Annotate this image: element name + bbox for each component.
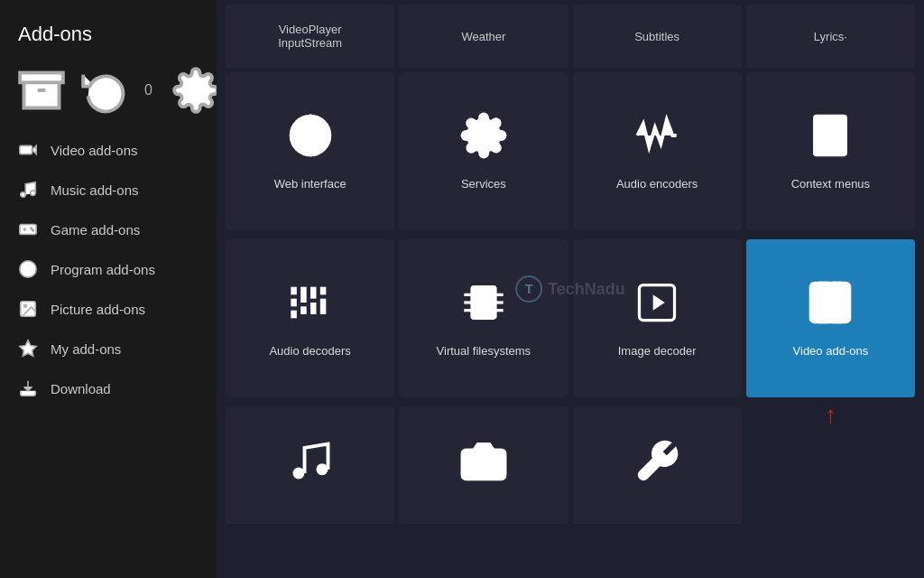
grid-row-2: Audio decoders <box>221 235 919 402</box>
tile-camera[interactable] <box>399 406 568 524</box>
grid-row-1: Web interface Services <box>221 68 919 235</box>
picture-icon <box>18 299 38 319</box>
sidebar-navigation: Video add-ons Music add-ons <box>0 130 217 578</box>
sidebar-item-program-addons[interactable]: Program add-ons <box>0 249 217 289</box>
svg-point-59 <box>476 456 491 471</box>
tile-audio-encoders[interactable]: Audio encoders <box>573 72 742 230</box>
bars-icon <box>287 279 334 333</box>
tile-image-decoder-label: Image decoder <box>618 344 697 358</box>
tools-icon <box>633 438 680 492</box>
music-icon <box>18 180 38 200</box>
sidebar-item-picture-addons[interactable]: Picture add-ons <box>0 289 217 329</box>
sidebar-item-my-addons[interactable]: My add-ons <box>0 329 217 368</box>
video-icon <box>18 140 38 160</box>
tile-tools[interactable] <box>573 406 742 524</box>
svg-rect-27 <box>300 306 307 314</box>
svg-rect-24 <box>300 287 307 303</box>
sidebar-item-video-addons[interactable]: Video add-ons <box>0 130 217 170</box>
refresh-icon[interactable] <box>81 67 128 114</box>
svg-point-57 <box>292 468 304 480</box>
tile-services[interactable]: Services <box>399 72 568 230</box>
tile-audio-encoders-label: Audio encoders <box>616 177 698 191</box>
tile-lyrics[interactable]: Lyrics· <box>746 5 915 68</box>
sidebar: Add-ons 0 <box>0 0 217 578</box>
main-content: 11:10 AM T TechNadu VideoPlayer InputStr… <box>217 0 924 578</box>
camera-icon <box>460 438 507 492</box>
globe-icon <box>287 112 334 166</box>
tile-web-interface-label: Web interface <box>274 177 346 191</box>
download-icon <box>18 378 38 398</box>
tile-context-menus-label: Context menus <box>791 177 870 191</box>
svg-rect-30 <box>319 287 326 295</box>
sidebar-item-download[interactable]: Download <box>0 368 217 408</box>
tile-services-label: Services <box>461 177 506 191</box>
svg-rect-23 <box>291 287 297 295</box>
svg-rect-52 <box>835 283 841 291</box>
sidebar-toolbar: 0 <box>0 60 217 121</box>
svg-rect-28 <box>310 303 317 314</box>
waveform-icon <box>633 112 680 166</box>
tile-weather[interactable]: Weather <box>399 5 568 68</box>
svg-point-6 <box>31 191 36 196</box>
tile-audio-decoders-label: Audio decoders <box>269 344 350 358</box>
svg-point-14 <box>23 304 26 307</box>
svg-rect-0 <box>20 73 63 83</box>
tile-virtual-filesystems-label: Virtual filesystems <box>437 344 531 358</box>
svg-rect-25 <box>310 287 317 299</box>
tile-video-addons[interactable]: Video add-ons ↑ <box>746 239 915 397</box>
grid-row-3 <box>221 402 919 528</box>
top-partial-row: VideoPlayer InputStream Weather Subtitle… <box>221 0 919 68</box>
svg-rect-51 <box>821 283 827 291</box>
gear-icon <box>460 112 507 166</box>
tile-videoplayer[interactable]: VideoPlayer InputStream <box>226 5 394 68</box>
tile-web-interface[interactable]: Web interface <box>226 72 394 230</box>
box-icon[interactable] <box>18 67 65 114</box>
svg-rect-3 <box>20 145 32 154</box>
tile-subtitles[interactable]: Subtitles <box>573 5 742 68</box>
imageplay-icon <box>633 279 680 333</box>
tile-context-menus[interactable]: Context menus <box>746 72 915 230</box>
tile-empty <box>746 406 915 524</box>
addon-grid: VideoPlayer InputStream Weather Subtitle… <box>217 0 924 578</box>
svg-point-40 <box>481 300 485 304</box>
tile-video-addons-label: Video add-ons <box>793 344 869 358</box>
game-icon <box>18 219 38 239</box>
sidebar-item-game-addons[interactable]: Game add-ons <box>0 210 217 249</box>
svg-marker-49 <box>653 294 665 310</box>
refresh-count: 0 <box>144 82 152 98</box>
svg-rect-26 <box>291 299 297 307</box>
svg-rect-31 <box>319 299 326 314</box>
settings-icon[interactable] <box>172 67 219 114</box>
circuit-icon <box>460 279 507 333</box>
tile-image-decoder[interactable]: Image decoder <box>573 239 742 397</box>
music-note-icon <box>287 438 334 492</box>
tile-music[interactable] <box>226 406 394 524</box>
svg-rect-50 <box>811 283 850 322</box>
svg-rect-53 <box>821 314 827 322</box>
tile-virtual-filesystems[interactable]: Virtual filesystems <box>399 239 568 397</box>
svg-point-5 <box>21 192 26 198</box>
page-title: Add-ons <box>0 14 217 60</box>
film-icon <box>807 279 854 333</box>
svg-point-11 <box>32 229 34 231</box>
sidebar-item-music-addons[interactable]: Music add-ons <box>0 170 217 210</box>
tile-audio-decoders[interactable]: Audio decoders <box>226 239 394 397</box>
svg-rect-29 <box>291 311 297 319</box>
program-icon <box>18 259 38 279</box>
svg-point-58 <box>316 463 328 475</box>
my-addons-icon <box>18 339 38 359</box>
document-icon <box>807 112 854 166</box>
svg-rect-54 <box>835 314 841 322</box>
